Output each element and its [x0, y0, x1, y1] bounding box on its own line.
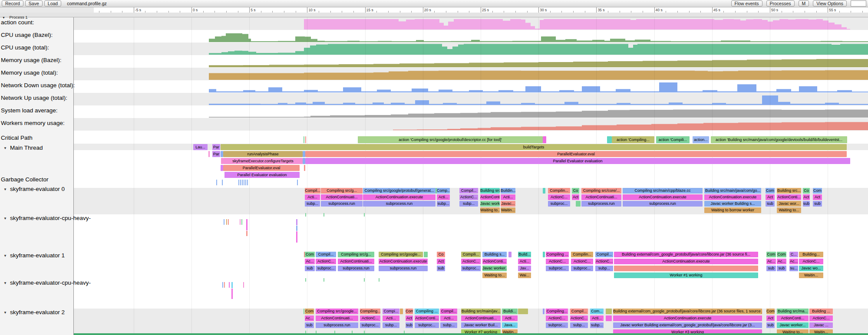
- trace-event-slice[interactable]: ActionC...: [799, 259, 823, 264]
- instant-event-tick[interactable]: [242, 180, 243, 185]
- trace-event-slice[interactable]: Compiling src/google...: [379, 252, 423, 257]
- trace-event-slice[interactable]: Waiting to borrow worker: [704, 207, 761, 213]
- trace-event-slice[interactable]: Act: [803, 194, 810, 200]
- trace-event-slice[interactable]: ActionContinuation.execute: [704, 194, 761, 200]
- trace-event-slice[interactable]: C...: [789, 252, 798, 257]
- trace-event-slice[interactable]: subprocess.run: [623, 201, 703, 207]
- trace-event-slice[interactable]: Building...: [799, 252, 823, 257]
- trace-event-slice[interactable]: Com: [406, 309, 413, 314]
- collapse-arrow-icon[interactable]: ▼: [3, 281, 7, 285]
- trace-event-slice[interactable]: Com: [813, 188, 822, 194]
- trace-event-slice[interactable]: Compilin...: [548, 188, 570, 194]
- trace-event-slice[interactable]: [518, 309, 528, 314]
- trace-event-slice[interactable]: Co: [803, 188, 810, 194]
- trace-event-slice[interactable]: subprocess.run: [338, 266, 374, 271]
- trace-event-slice[interactable]: Buildi...: [502, 309, 518, 314]
- trace-event-slice[interactable]: Javac wor...: [777, 201, 801, 207]
- trace-event-slice[interactable]: [576, 201, 581, 207]
- collapse-arrow-icon[interactable]: ▼: [3, 217, 7, 220]
- trace-event-slice[interactable]: ActionContinuati...: [581, 194, 621, 200]
- trace-event-slice[interactable]: subp...: [459, 201, 478, 207]
- trace-event-slice[interactable]: Com: [766, 188, 775, 194]
- trace-event-slice[interactable]: ActionConti...: [482, 259, 507, 264]
- trace-event-slice[interactable]: subp...: [383, 322, 399, 328]
- trace-event-slice[interactable]: Waiting to...: [480, 207, 500, 213]
- view-options-button[interactable]: View Options: [813, 0, 847, 7]
- track-label-critical-path[interactable]: Critical Path: [1, 135, 33, 141]
- trace-event-slice[interactable]: Com: [305, 309, 314, 314]
- trace-event-slice[interactable]: ActionC...: [546, 259, 569, 264]
- trace-event-slice[interactable]: Compiling ...: [546, 252, 569, 257]
- trace-event-slice[interactable]: Javac ...: [809, 322, 833, 328]
- trace-event-slice[interactable]: Com: [766, 252, 776, 257]
- trace-event-slice[interactable]: [543, 252, 545, 257]
- trace-event-slice[interactable]: subprocess.run: [379, 266, 428, 271]
- trace-event-slice[interactable]: Acti...: [437, 194, 450, 200]
- instant-event-tick[interactable]: [224, 219, 224, 225]
- trace-event-slice[interactable]: Compiling src/core/...: [581, 188, 621, 194]
- trace-event-slice[interactable]: ActionC...: [461, 259, 481, 264]
- instant-event-tick[interactable]: [364, 278, 365, 282]
- trace-event-slice[interactable]: action...: [693, 136, 709, 143]
- trace-event-slice[interactable]: ActionC...: [316, 259, 336, 264]
- instant-event-tick[interactable]: [246, 219, 248, 230]
- collapse-arrow-icon[interactable]: ▼: [3, 254, 7, 258]
- trace-event-slice[interactable]: ActionC...: [595, 259, 613, 264]
- trace-event-slice[interactable]: ActionConti...: [777, 194, 801, 200]
- trace-event-slice[interactable]: sub: [803, 201, 810, 207]
- trace-event-slice[interactable]: Act: [766, 315, 775, 321]
- trace-event-slice[interactable]: [304, 165, 305, 171]
- trace-event-slice[interactable]: Com...: [590, 309, 604, 314]
- track-label-skyframe-evaluator-1[interactable]: ▼skyframe-evaluator 1: [3, 252, 65, 259]
- trace-event-slice[interactable]: Par: [212, 144, 220, 150]
- trace-event-slice[interactable]: Building ...: [809, 309, 833, 314]
- process-collapse-arrow-icon[interactable]: ▼: [2, 16, 5, 20]
- instant-event-tick[interactable]: [323, 278, 324, 282]
- trace-event-slice[interactable]: sub: [766, 266, 776, 271]
- instant-event-tick[interactable]: [238, 180, 239, 185]
- trace-event-slice[interactable]: [304, 136, 304, 143]
- trace-event-slice[interactable]: action 'Compiling...: [612, 136, 654, 143]
- instant-event-tick[interactable]: [297, 180, 298, 185]
- trace-event-slice[interactable]: ActionC...: [570, 315, 588, 321]
- trace-event-slice[interactable]: ActionConti...: [777, 315, 809, 321]
- trace-event-slice[interactable]: Act: [406, 315, 413, 321]
- trace-event-slice[interactable]: Buildin...: [501, 188, 515, 194]
- trace-event-slice[interactable]: Building src...: [480, 188, 500, 194]
- trace-event-slice[interactable]: Java...: [502, 322, 518, 328]
- trace-event-slice[interactable]: [508, 252, 512, 257]
- trace-event-slice[interactable]: subproc...: [360, 322, 380, 328]
- trace-event-slice[interactable]: ActionContinuation.execute: [613, 315, 762, 321]
- trace-event-slice[interactable]: Acti...: [305, 194, 320, 200]
- trace-event-slice[interactable]: Compiling src/g...: [338, 252, 374, 257]
- track-label-skyframe-evaluator-0[interactable]: ▼skyframe-evaluator 0: [3, 186, 65, 192]
- trace-event-slice[interactable]: Ac...: [305, 259, 315, 264]
- trace-event-slice[interactable]: runAnalysisPhase: [223, 151, 303, 157]
- instant-event-tick[interactable]: [247, 180, 248, 185]
- trace-event-slice[interactable]: Compil...: [440, 309, 457, 314]
- trace-event-slice[interactable]: subproc...: [546, 322, 568, 328]
- instant-event-tick[interactable]: [305, 213, 306, 217]
- trace-event-slice[interactable]: Waitin...: [501, 207, 515, 213]
- instant-event-tick[interactable]: [296, 219, 297, 225]
- trace-event-slice[interactable]: Javac worker Buil...: [461, 322, 501, 328]
- search-box[interactable]: [851, 0, 866, 7]
- trace-event-slice[interactable]: ActionConti...: [480, 194, 500, 200]
- trace-event-slice[interactable]: ActionContinuati...: [316, 315, 358, 321]
- trace-event-slice[interactable]: Lau...: [193, 144, 208, 150]
- trace-event-slice[interactable]: subproc...: [548, 201, 570, 207]
- trace-event-slice[interactable]: Javac worker Building external/com_googl…: [613, 322, 762, 328]
- trace-event-slice[interactable]: Compiling src/google/protobuf/generat...: [363, 188, 436, 194]
- instant-event-tick[interactable]: [246, 231, 248, 236]
- trace-event-slice[interactable]: subp...: [305, 201, 320, 207]
- trace-event-slice[interactable]: Act: [813, 194, 822, 200]
- trace-event-slice[interactable]: ParallelEvaluator.eval: [305, 151, 847, 157]
- trace-event-slice[interactable]: Act: [437, 259, 445, 264]
- trace-event-slice[interactable]: ActionContinuati...: [321, 194, 363, 200]
- trace-event-slice[interactable]: ActionC...: [548, 194, 570, 200]
- trace-event-slice[interactable]: ActionContinuation.execute: [623, 194, 703, 200]
- track-label-garbage-collector[interactable]: Garbage Collector: [1, 176, 49, 183]
- trace-event-slice[interactable]: Parallel Evaluator evaluation: [224, 172, 300, 178]
- metadata-button[interactable]: M: [799, 0, 809, 7]
- collapse-arrow-icon[interactable]: ▼: [3, 311, 7, 315]
